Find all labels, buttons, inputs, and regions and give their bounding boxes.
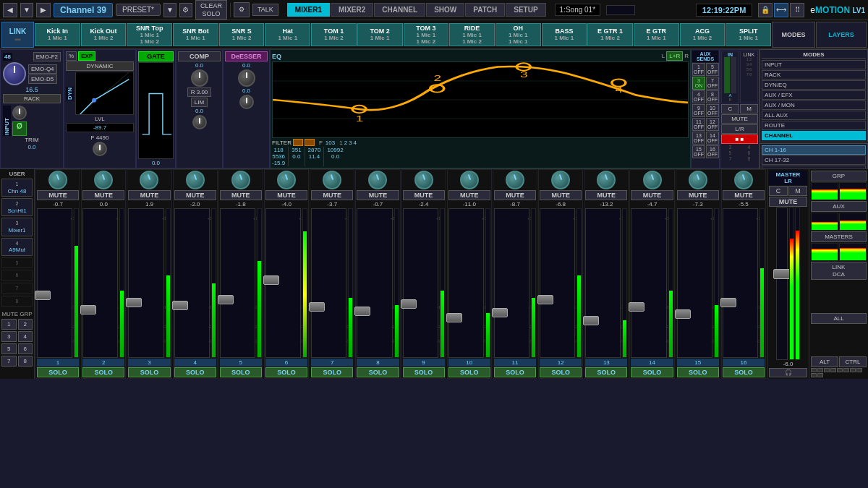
ch-knob-8[interactable] [368,171,387,189]
fader-handle-13[interactable] [583,316,599,325]
fader-handle-8[interactable] [354,307,370,316]
mute-btn-1[interactable]: MUTE [37,190,79,200]
fader-track-5[interactable]: +10 5 0 -5 -10 -20 -30 [220,208,255,358]
ch-knob-4[interactable] [186,171,205,189]
ch-header-2[interactable]: Kick Out 1 Mic 2 [81,23,127,46]
ch-knob-13[interactable] [597,171,616,189]
preset-dropdown-btn[interactable]: ▼ [163,3,176,17]
fader-handle-11[interactable] [492,308,508,317]
fader-handle-3[interactable] [126,298,142,307]
ch-header-10[interactable]: RIDE 1 Mic 1 1 Mic 2 [449,23,495,46]
mute-grp-8[interactable]: 8 [18,356,33,367]
ch-knob-15[interactable] [689,171,707,189]
channel-mode-btn[interactable]: CHANNEL [762,131,866,140]
gate-button[interactable]: GATE [138,51,174,61]
rack-mode-btn[interactable]: RACK [762,70,866,80]
mute-btn-11[interactable]: MUTE [494,190,536,200]
solo-btn-2[interactable]: SOLO [82,367,124,377]
fader-handle-4[interactable] [172,301,188,310]
user-slot-3[interactable]: 3Mixer1 [1,218,33,236]
ch-knob-6[interactable] [277,171,296,189]
mute-btn-7[interactable]: MUTE [311,190,353,200]
route-mode-btn[interactable]: ROUTE [762,121,866,130]
grid-icon[interactable]: ⠿ [790,3,804,17]
fader-track-9[interactable]: +10 5 0 -5 -10 -20 -30 [403,208,438,358]
ch17-32-btn[interactable]: CH 17-32 [762,155,866,165]
ch-header-8[interactable]: TOM 2 1 Mic 1 [357,23,403,46]
fader-handle-10[interactable] [446,313,462,322]
clear-solo-button[interactable]: CLEARSOLO [195,0,227,20]
fader-handle-2[interactable] [80,305,96,314]
fader-handle-16[interactable] [720,298,736,307]
all-btn[interactable]: ALL [811,313,867,324]
master-headphone-btn[interactable]: 🎧 [769,368,807,377]
solo-btn-13[interactable]: SOLO [585,367,627,377]
mute-routing-btn[interactable]: MUTE [721,114,758,124]
mute-grp-1[interactable]: 1 [1,319,17,330]
mute-btn-5[interactable]: MUTE [220,190,262,200]
user-slot-1[interactable]: 1Chn 48 [1,179,33,197]
ch-header-16[interactable]: SPLIT 1 Mic 1 [726,23,771,46]
solo-btn-12[interactable]: SOLO [540,367,582,377]
mute-btn-8[interactable]: MUTE [357,190,399,200]
solo-btn-14[interactable]: SOLO [631,367,673,377]
fader-track-10[interactable]: +10 5 0 -5 -10 -20 -30 [448,208,484,358]
mute-btn-12[interactable]: MUTE [540,190,582,200]
solo-btn-4[interactable]: SOLO [174,367,216,377]
tab-mixer2[interactable]: MIXER2 [331,3,373,17]
ch-knob-11[interactable] [506,171,524,189]
ch-header-3[interactable]: SNR Top 1 Mic 1 1 Mic 2 [127,23,172,46]
solo-btn-6[interactable]: SOLO [265,367,307,377]
ch-knob-16[interactable] [734,171,753,189]
mute-btn-3[interactable]: MUTE [128,190,170,200]
link-button[interactable]: LINK ▬ [1,22,34,48]
tab-show[interactable]: SHOW [426,3,464,17]
allaux-mode-btn[interactable]: ALL AUX [762,111,866,120]
mute-btn-14[interactable]: MUTE [631,190,673,200]
mute-btn-9[interactable]: MUTE [403,190,445,200]
user-slot-8[interactable]: 8 [1,296,33,307]
phase-button[interactable]: Ø [12,121,27,136]
mute-btn-10[interactable]: MUTE [448,190,490,200]
ch-header-5[interactable]: SNR S 1 Mic 2 [219,23,265,46]
solo-btn-10[interactable]: SOLO [448,367,490,377]
masters-btn[interactable]: MASTERS [811,231,867,242]
mute-btn-13[interactable]: MUTE [585,190,627,200]
mute-grp-6[interactable]: 6 [18,343,33,354]
ch-header-11[interactable]: OH 1 Mic 1 1 Mic 1 [495,23,541,46]
fader-track-8[interactable]: +10 5 0 -5 -10 -20 -30 [357,208,392,358]
mute-btn-16[interactable]: MUTE [723,190,765,200]
solo-btn-5[interactable]: SOLO [220,367,262,377]
fader-track-15[interactable]: +10 5 0 -5 -10 -20 -30 [677,208,712,358]
ch-header-15[interactable]: ACG 1 Mic 2 [680,23,726,46]
deeser-2nd-knob[interactable] [239,95,254,109]
user-slot-2[interactable]: 2ScnHt1 [1,198,33,216]
fader-track-16[interactable]: +10 5 0 -5 -10 -20 -30 [723,208,758,358]
master-mute-btn[interactable]: MUTE [769,197,807,207]
ch1-16-btn[interactable]: CH 1-16 [762,145,866,155]
solo-btn-9[interactable]: SOLO [403,367,445,377]
mute-btn-4[interactable]: MUTE [174,190,216,200]
solo-btn-16[interactable]: SOLO [723,367,765,377]
filter-btn-1[interactable] [293,139,303,146]
fader-handle-7[interactable] [309,302,325,312]
c-routing-btn[interactable]: C [721,104,739,114]
mute-btn-15[interactable]: MUTE [677,190,719,200]
preset-settings-btn[interactable]: ⚙ [179,3,192,17]
settings-btn[interactable]: ⚙ [234,2,250,17]
fader-track-12[interactable]: +10 5 0 -5 -10 -20 -30 [540,208,575,358]
tab-patch[interactable]: PATCH [465,3,505,17]
routing-b-btn[interactable] [731,57,736,93]
fader-track-6[interactable]: +10 5 0 -5 -10 -20 -30 [265,208,301,358]
auxmon-mode-btn[interactable]: AUX / MON [762,100,866,110]
dyn-freq-knob[interactable] [93,142,107,156]
ch-knob-12[interactable] [551,171,570,189]
ctrl-btn[interactable]: CTRL [839,356,867,367]
ch-knob-5[interactable] [231,171,250,189]
nav-left-btn[interactable]: ◀ [3,3,17,17]
ch-header-7[interactable]: TOM 1 1 Mic 2 [311,23,357,46]
ch-header-1[interactable]: Kick In 1 Mic 1 [35,23,80,46]
emo-f2-btn[interactable]: EMO-F2 [33,52,61,61]
filter-btn-2[interactable] [305,139,315,146]
nav-dropdown-btn[interactable]: ▼ [20,3,33,17]
